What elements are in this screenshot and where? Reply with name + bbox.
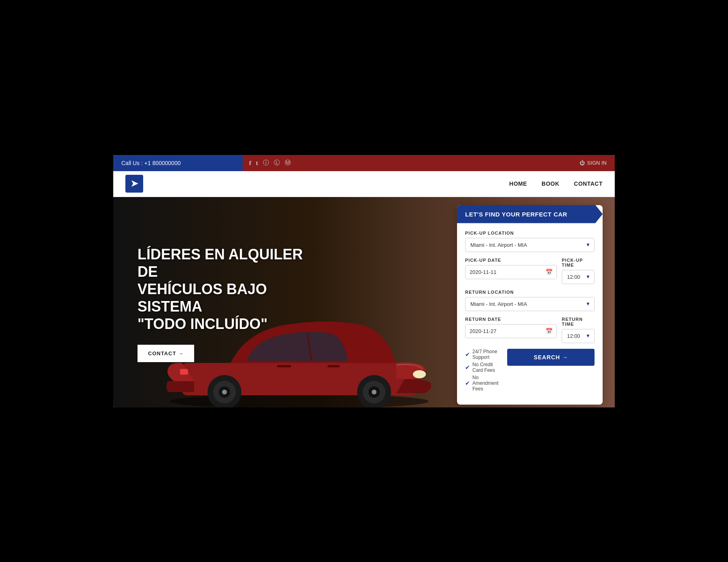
- return-time-select-wrap: 12:00 (NOON) ▼: [562, 329, 595, 343]
- pickup-date-calendar-icon[interactable]: 📅: [542, 265, 557, 278]
- search-card-body: PICK-UP LOCATION Miami - Int. Airport - …: [457, 223, 603, 405]
- return-date-input-row: 📅: [465, 324, 557, 338]
- pickup-location-select-wrap: Miami - Int. Airport - MIA ▼: [465, 238, 595, 252]
- power-icon: ⏻: [580, 160, 585, 166]
- logo[interactable]: ➤: [125, 175, 143, 193]
- search-card: LET'S FIND YOUR PERFECT CAR PICK-UP LOCA…: [457, 205, 603, 405]
- hero-heading: LÍDERES EN ALQUILER DE VEHÍCULOS BAJO SI…: [138, 246, 307, 333]
- feature-no-cc-fees: ✔ No Credit Card Fees: [465, 362, 499, 373]
- signin-button[interactable]: ⏻ SIGN IN: [580, 160, 607, 166]
- pickup-date-input-row: 📅: [465, 265, 557, 279]
- return-date-calendar-icon[interactable]: 📅: [542, 324, 557, 337]
- instagram-icon[interactable]: ⓘ: [263, 159, 269, 167]
- pickup-time-field: PICK-UP TIME 12:00 (NOON) ▼: [562, 258, 595, 284]
- pickup-time-select-wrap: 12:00 (NOON) ▼: [562, 270, 595, 284]
- pickup-datetime-row: PICK-UP DATE 📅 PICK-UP TIME 12:00 (NOON): [465, 258, 595, 284]
- return-location-label: RETURN LOCATION: [465, 290, 595, 295]
- svg-rect-13: [277, 365, 291, 367]
- return-time-field: RETURN TIME 12:00 (NOON) ▼: [562, 317, 595, 343]
- pickup-location-label: PICK-UP LOCATION: [465, 231, 595, 235]
- top-bar: Call Us : +1 800000000 𝐟 𝐭 ⓘ Ⓛ Ⓜ ⏻ SIGN …: [113, 155, 615, 171]
- hero-section: LÍDERES EN ALQUILER DE VEHÍCULOS BAJO SI…: [113, 197, 615, 407]
- feature-phone-support: ✔ 24/7 Phone Support: [465, 349, 499, 360]
- return-date-label: RETURN DATE: [465, 317, 557, 322]
- svg-point-10: [372, 390, 377, 394]
- medium-icon[interactable]: Ⓜ: [285, 159, 291, 167]
- feature-label-1: 24/7 Phone Support: [472, 349, 499, 360]
- twitter-icon[interactable]: 𝐭: [256, 159, 258, 167]
- nav-contact[interactable]: CONTACT: [574, 180, 603, 187]
- hero-contact-button[interactable]: CONTACT →: [138, 345, 194, 362]
- phone-label: Call Us : +1 800000000: [121, 160, 181, 166]
- return-time-select[interactable]: 12:00 (NOON): [562, 329, 595, 343]
- pickup-time-select[interactable]: 12:00 (NOON): [562, 270, 595, 284]
- browser-window: Call Us : +1 800000000 𝐟 𝐭 ⓘ Ⓛ Ⓜ ⏻ SIGN …: [113, 155, 615, 407]
- facebook-icon[interactable]: 𝐟: [249, 159, 251, 167]
- nav-book[interactable]: BOOK: [542, 180, 559, 187]
- bottom-section: ✔ 24/7 Phone Support ✔ No Credit Card Fe…: [465, 349, 595, 397]
- feature-no-amendment-fees: ✔ No Amendment Fees: [465, 375, 499, 392]
- linkedin-icon[interactable]: Ⓛ: [274, 159, 280, 167]
- nav-links: HOME BOOK CONTACT: [509, 180, 603, 187]
- svg-rect-14: [328, 365, 340, 367]
- top-bar-signin: ⏻ SIGN IN: [542, 155, 615, 171]
- pickup-time-label: PICK-UP TIME: [562, 258, 595, 267]
- pickup-date-input[interactable]: [466, 265, 542, 279]
- features-list: ✔ 24/7 Phone Support ✔ No Credit Card Fe…: [465, 349, 499, 392]
- hero-text-block: LÍDERES EN ALQUILER DE VEHÍCULOS BAJO SI…: [138, 246, 307, 363]
- nav-home[interactable]: HOME: [509, 180, 527, 187]
- return-location-select-wrap: Miami - Int. Airport - MIA ▼: [465, 297, 595, 311]
- return-location-select[interactable]: Miami - Int. Airport - MIA: [465, 297, 595, 311]
- svg-rect-12: [180, 369, 188, 375]
- nav-bar: ➤ HOME BOOK CONTACT: [113, 171, 615, 197]
- feature-label-3: No Amendment Fees: [472, 375, 499, 392]
- top-bar-phone: Call Us : +1 800000000: [113, 155, 243, 171]
- top-bar-social: 𝐟 𝐭 ⓘ Ⓛ Ⓜ: [243, 155, 542, 171]
- pickup-date-label: PICK-UP DATE: [465, 258, 557, 263]
- logo-symbol: ➤: [131, 178, 138, 189]
- pickup-date-field: PICK-UP DATE 📅: [465, 258, 557, 284]
- pickup-location-select[interactable]: Miami - Int. Airport - MIA: [465, 238, 595, 252]
- search-button[interactable]: SEARCH →: [507, 349, 595, 366]
- svg-point-6: [222, 390, 227, 394]
- return-date-input[interactable]: [466, 324, 542, 338]
- return-date-field: RETURN DATE 📅: [465, 317, 557, 343]
- search-card-header: LET'S FIND YOUR PERFECT CAR: [457, 205, 603, 223]
- check-icon-3: ✔: [465, 380, 470, 386]
- return-time-label: RETURN TIME: [562, 317, 595, 327]
- feature-label-2: No Credit Card Fees: [472, 362, 499, 373]
- return-datetime-row: RETURN DATE 📅 RETURN TIME 12:00 (NOON): [465, 317, 595, 343]
- search-card-title: LET'S FIND YOUR PERFECT CAR: [465, 211, 567, 218]
- check-icon-1: ✔: [465, 351, 470, 358]
- svg-point-11: [413, 370, 426, 378]
- check-icon-2: ✔: [465, 364, 470, 371]
